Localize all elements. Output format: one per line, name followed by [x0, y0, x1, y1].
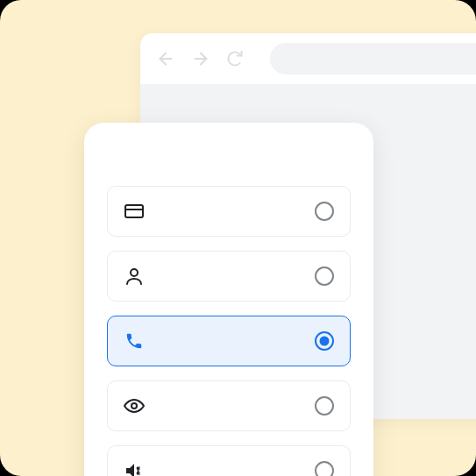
radio-unchecked[interactable] [315, 461, 334, 476]
radio-unchecked[interactable] [315, 396, 334, 416]
forward-icon[interactable] [191, 49, 210, 68]
option-eye[interactable] [107, 380, 351, 431]
canvas-background [0, 0, 476, 476]
browser-toolbar [140, 33, 476, 84]
nav-controls [156, 49, 244, 68]
options-card [84, 123, 373, 476]
eye-icon [124, 395, 145, 416]
option-credit-card[interactable] [107, 186, 351, 237]
volume-icon [124, 460, 145, 476]
reload-icon[interactable] [226, 50, 244, 67]
option-person[interactable] [107, 251, 351, 302]
radio-unchecked[interactable] [315, 202, 334, 221]
back-icon[interactable] [156, 49, 175, 68]
svg-rect-2 [125, 205, 143, 217]
radio-checked[interactable] [315, 331, 334, 351]
radio-unchecked[interactable] [315, 266, 334, 286]
option-phone[interactable] [107, 316, 351, 366]
address-bar[interactable] [270, 43, 476, 75]
phone-icon [124, 330, 145, 352]
option-volume[interactable] [107, 445, 351, 476]
credit-card-icon [124, 201, 145, 222]
svg-point-5 [131, 403, 137, 409]
person-icon [124, 266, 145, 287]
svg-point-4 [131, 269, 138, 276]
